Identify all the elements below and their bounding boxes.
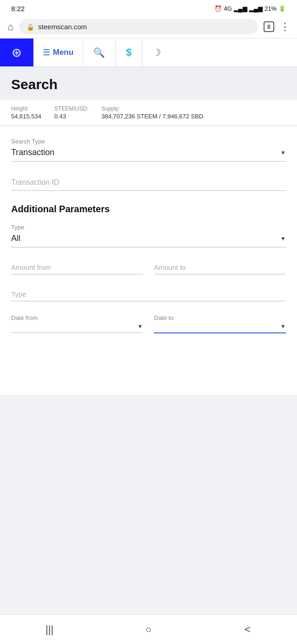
- tab-count[interactable]: 8: [264, 21, 274, 32]
- menu-label: Menu: [53, 48, 73, 57]
- height-label: Height:: [11, 105, 41, 112]
- price-label: STEEM/USD:: [54, 105, 88, 112]
- home-button[interactable]: ○: [130, 615, 167, 644]
- status-bar: 8:22 ⏰ 4G ▂▄▆ ▂▄▆ 21% 🔋: [0, 0, 297, 15]
- steem-logo-icon: ⊛: [12, 46, 22, 60]
- type-select[interactable]: All ▼: [11, 234, 286, 247]
- battery-percent: 21%: [265, 5, 277, 12]
- type-text-input[interactable]: [11, 287, 286, 301]
- supply-label: Supply:: [101, 105, 203, 112]
- recent-apps-button[interactable]: |||: [31, 615, 68, 644]
- additional-params-section: Additional Parameters Type All ▼: [11, 204, 286, 333]
- status-icons: ⏰ 4G ▂▄▆ ▂▄▆ 21% 🔋: [214, 5, 286, 12]
- type-label: Type: [11, 224, 286, 231]
- dark-mode-button[interactable]: ☽: [142, 39, 171, 66]
- url-bar[interactable]: 🔒 steemscan.com: [19, 19, 258, 34]
- back-button[interactable]: <: [229, 615, 266, 644]
- supply-value: 384,707,236 STEEM / 7,946,672 SBD: [101, 113, 203, 120]
- signal-bars: ▂▄▆: [234, 5, 247, 12]
- main-content: Search Type Transaction ▼ Additional Par…: [0, 127, 297, 395]
- search-type-group: Search Type Transaction ▼: [11, 138, 286, 162]
- date-from-arrow: ▼: [137, 323, 143, 330]
- recent-apps-icon: |||: [45, 624, 53, 636]
- amount-from-col: [11, 260, 143, 274]
- amount-row: [11, 260, 286, 274]
- bottom-nav: ||| ○ <: [0, 614, 297, 644]
- date-from-col: Date from ▼: [11, 314, 143, 333]
- date-from-select[interactable]: ▼: [11, 323, 143, 333]
- search-type-value: Transaction: [11, 148, 54, 157]
- date-to-col: Date to ▼: [154, 314, 286, 333]
- signal-bars-2: ▂▄▆: [249, 5, 263, 12]
- search-icon: 🔍: [93, 47, 105, 58]
- back-icon: <: [245, 624, 251, 636]
- amount-to-col: [154, 260, 286, 274]
- amount-from-input[interactable]: [11, 260, 143, 274]
- dollar-icon: $: [126, 46, 131, 59]
- browser-bar: ⌂ 🔒 steemscan.com 8 ⋮: [0, 15, 297, 39]
- home-nav-icon: ○: [145, 624, 151, 636]
- search-nav-button[interactable]: 🔍: [83, 39, 116, 66]
- search-type-display[interactable]: Transaction ▼: [11, 148, 286, 157]
- date-to-label: Date to: [154, 314, 286, 321]
- date-to-arrow: ▼: [280, 323, 286, 330]
- time-display: 8:22: [11, 5, 25, 13]
- browser-home-icon[interactable]: ⌂: [7, 21, 13, 33]
- network-icon: 4G: [224, 5, 232, 12]
- hamburger-icon: ☰: [43, 47, 50, 58]
- additional-params-title: Additional Parameters: [11, 204, 286, 215]
- type-value: All: [11, 234, 20, 243]
- supply-stat: Supply: 384,707,236 STEEM / 7,946,672 SB…: [101, 105, 203, 120]
- stats-bar: Height: 54,615,534 STEEM/USD: 0.43 Suppl…: [0, 100, 297, 126]
- transaction-id-group: [11, 175, 286, 191]
- price-value: 0.43: [54, 113, 88, 120]
- search-type-select[interactable]: Transaction ▼: [11, 148, 286, 162]
- more-menu-icon[interactable]: ⋮: [280, 21, 290, 33]
- price-stat: STEEM/USD: 0.43: [54, 105, 88, 120]
- search-type-label: Search Type: [11, 138, 286, 145]
- nav-bar: ⊛ ☰ Menu 🔍 $ ☽: [0, 39, 297, 67]
- type-arrow: ▼: [280, 235, 286, 242]
- url-text: steemscan.com: [38, 23, 87, 31]
- page-title: Search: [11, 77, 286, 92]
- logo-box[interactable]: ⊛: [0, 39, 33, 66]
- height-value: 54,615,534: [11, 113, 41, 120]
- moon-icon: ☽: [153, 47, 161, 58]
- amount-to-input[interactable]: [154, 260, 286, 274]
- type-text-group: [11, 287, 286, 301]
- search-type-arrow: ▼: [280, 150, 286, 156]
- type-group: Type All ▼: [11, 224, 286, 247]
- price-nav-button[interactable]: $: [116, 39, 142, 66]
- type-display[interactable]: All ▼: [11, 234, 286, 243]
- date-to-select[interactable]: ▼: [154, 323, 286, 333]
- height-stat: Height: 54,615,534: [11, 105, 41, 120]
- transaction-id-input[interactable]: [11, 175, 286, 191]
- date-row: Date from ▼ Date to ▼: [11, 314, 286, 333]
- lock-icon: 🔒: [26, 23, 34, 31]
- page-header: Search: [0, 67, 297, 100]
- alarm-icon: ⏰: [214, 5, 222, 12]
- date-from-label: Date from: [11, 314, 143, 321]
- nav-menu-button[interactable]: ☰ Menu: [33, 39, 83, 66]
- battery-icon: 🔋: [278, 5, 286, 12]
